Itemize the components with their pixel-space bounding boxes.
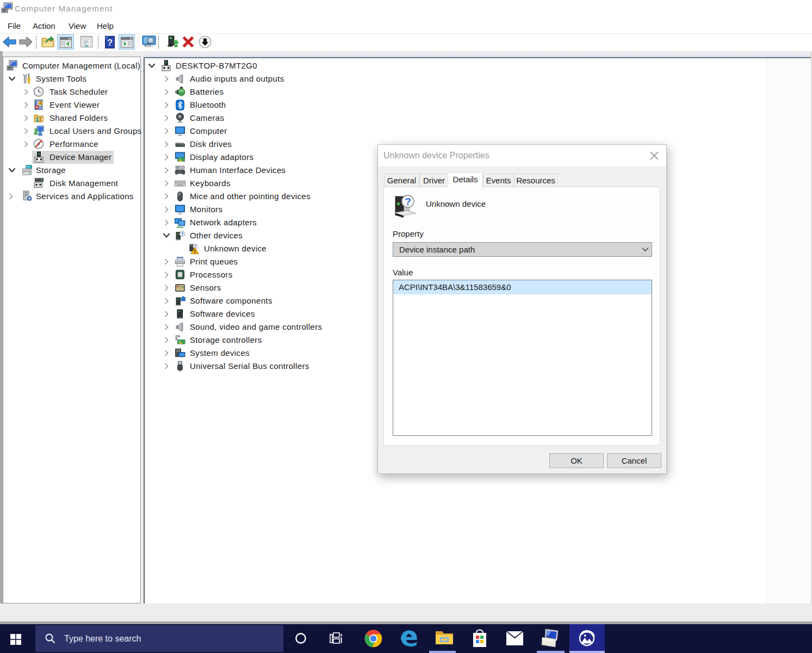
svg-text:?: ? xyxy=(181,231,184,237)
svg-text:?: ? xyxy=(107,38,113,48)
svg-text:?: ? xyxy=(405,196,411,207)
